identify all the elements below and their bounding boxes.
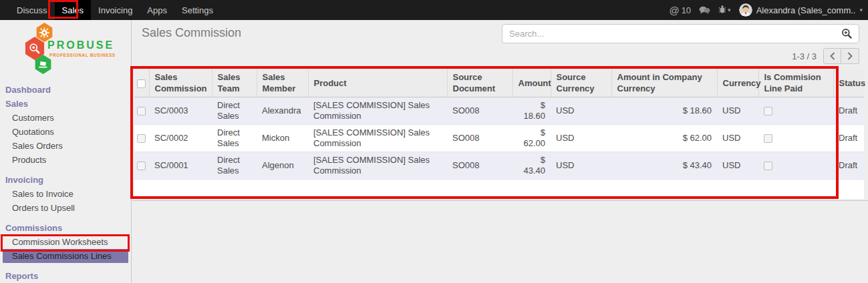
row-checkbox[interactable] (137, 162, 146, 170)
mention-count: 10 (682, 5, 691, 15)
col-currency[interactable]: Currency (717, 69, 758, 97)
row-checkbox[interactable] (137, 107, 146, 115)
search-box (502, 24, 859, 43)
cell-amount: $ 62.00 (513, 125, 551, 152)
sidebar-item-commission-worksheets[interactable]: Commission Worksheets (0, 235, 131, 249)
cell-product: [SALES COMMISSION] Sales Commission (308, 97, 447, 125)
cell-amount-company-currency: $ 62.00 (611, 125, 717, 152)
pager-range: 1-3 / 3 (792, 51, 817, 61)
table-row[interactable]: SC/0002 Direct Sales Mickon [SALES COMMI… (134, 125, 864, 152)
cell-is-paid (758, 152, 833, 180)
col-source-currency[interactable]: Source Currency (551, 69, 611, 97)
cell-product: [SALES COMMISSION] Sales Commission (308, 125, 447, 152)
sidebar-nav: Dashboard Sales Customers Quotations Sal… (0, 79, 131, 283)
sidebar-item-customers[interactable]: Customers (0, 111, 131, 125)
table-row[interactable]: SC/0003 Direct Sales Alexandra [SALES CO… (134, 97, 864, 125)
row-select-cell (134, 97, 149, 125)
sidebar-item-sales-to-invoice[interactable]: Sales to Invoice (0, 187, 131, 201)
pager: 1-3 / 3 (792, 48, 859, 64)
sidebar-item-sales-commissions-lines[interactable]: Sales Commissions Lines (3, 249, 128, 263)
bug-icon (718, 5, 726, 16)
menu-sales[interactable]: Sales (55, 0, 92, 20)
commission-lines-table: Sales Commission Sales Team Sales Member… (134, 69, 864, 199)
col-source-document[interactable]: Source Document (447, 69, 513, 97)
cell-sales-member: Alexandra (257, 97, 308, 125)
cell-amount-company-currency: $ 18.60 (611, 97, 717, 125)
page-title: Sales Commission (142, 26, 241, 40)
pager-buttons (823, 48, 859, 64)
cell-sales-team: Direct Sales (212, 97, 257, 125)
col-sales-team[interactable]: Sales Team (212, 69, 257, 97)
sidebar-item-products[interactable]: Products (0, 153, 131, 167)
col-amount-company-currency[interactable]: Amount in Company Currency (611, 69, 717, 97)
search-icon[interactable] (839, 28, 859, 39)
table-header-row: Sales Commission Sales Team Sales Member… (134, 69, 864, 97)
select-all-checkbox[interactable] (137, 79, 146, 88)
messages-icon[interactable] (699, 6, 710, 15)
nav-section-commissions: Commissions Commission Worksheets Sales … (0, 221, 131, 263)
pager-prev-button[interactable] (823, 48, 841, 64)
main-content: Sales Commission 1-3 / 3 (132, 20, 868, 283)
col-amount[interactable]: Amount (513, 69, 551, 97)
cell-currency: USD (717, 125, 758, 152)
topbar-menus: Discuss Sales Invoicing Apps Settings (0, 0, 221, 20)
sidebar-heading-sales[interactable]: Sales (0, 97, 131, 111)
nav-section-reports: Reports Sales (0, 269, 131, 283)
sidebar-heading-reports[interactable]: Reports (0, 269, 131, 283)
cell-is-paid (758, 125, 833, 152)
mentions-counter[interactable]: @ 10 (669, 5, 691, 16)
screen: Discuss Sales Invoicing Apps Settings @ … (0, 0, 868, 283)
sidebar-heading-dashboard[interactable]: Dashboard (0, 83, 131, 97)
debug-menu[interactable]: ▾ (718, 5, 731, 16)
cell-amount: $ 43.40 (513, 152, 551, 180)
cell-sales-team: Direct Sales (212, 125, 257, 152)
cell-status: Draft (833, 97, 864, 125)
sidebar-item-sales-orders[interactable]: Sales Orders (0, 139, 131, 153)
cell-sales-commission: SC/0001 (149, 152, 212, 180)
sidebar-item-quotations[interactable]: Quotations (0, 125, 131, 139)
cell-source-currency: USD (551, 152, 611, 180)
user-menu[interactable]: Alexandra (Sales_comm.. ▾ (739, 3, 863, 17)
sidebar: PROBUSE PROFESSIONAL BUSINESS Dashboard … (0, 20, 132, 283)
caret-down-icon: ▾ (728, 7, 731, 13)
sidebar-heading-invoicing[interactable]: Invoicing (0, 173, 131, 187)
col-sales-member[interactable]: Sales Member (257, 69, 308, 97)
menu-apps[interactable]: Apps (140, 0, 174, 20)
nav-section-dashboard: Dashboard (0, 83, 131, 97)
col-status[interactable]: Status (833, 69, 864, 97)
cell-amount-company-currency: $ 43.40 (611, 152, 717, 180)
is-paid-checkbox[interactable] (764, 162, 772, 170)
search-input[interactable] (502, 29, 839, 39)
cell-currency: USD (717, 97, 758, 125)
sidebar-heading-commissions[interactable]: Commissions (0, 221, 131, 235)
is-paid-checkbox[interactable] (764, 134, 772, 143)
logo-title: PROBUSE (47, 39, 114, 51)
cell-sales-commission: SC/0002 (149, 125, 212, 152)
cell-source-currency: USD (551, 97, 611, 125)
menu-discuss[interactable]: Discuss (9, 0, 55, 20)
cell-source-document: SO008 (447, 97, 513, 125)
col-product[interactable]: Product (308, 69, 447, 97)
row-checkbox[interactable] (137, 134, 146, 143)
col-sales-commission[interactable]: Sales Commission (149, 69, 212, 97)
cell-currency: USD (717, 152, 758, 180)
cell-source-document: SO008 (447, 125, 513, 152)
sidebar-item-orders-to-upsell[interactable]: Orders to Upsell (0, 201, 131, 215)
cell-sales-commission: SC/0003 (149, 97, 212, 125)
select-all-cell (134, 69, 149, 97)
caret-down-icon: ▾ (859, 7, 863, 13)
table-bottom-divider (132, 200, 868, 201)
nav-section-sales: Sales Customers Quotations Sales Orders … (0, 97, 131, 167)
menu-settings[interactable]: Settings (174, 0, 221, 20)
cell-is-paid (758, 97, 833, 125)
table-row[interactable]: SC/0001 Direct Sales Algenon [SALES COMM… (134, 152, 864, 180)
cell-status: Draft (833, 152, 864, 180)
pager-next-button[interactable] (841, 48, 859, 64)
user-avatar (739, 3, 752, 17)
cell-sales-member: Mickon (257, 125, 308, 152)
col-is-commision-line-paid[interactable]: Is Commision Line Paid (758, 69, 833, 97)
probuse-logo: PROBUSE PROFESSIONAL BUSINESS (0, 20, 131, 79)
is-paid-checkbox[interactable] (764, 107, 772, 115)
menu-invoicing[interactable]: Invoicing (91, 0, 140, 20)
user-name: Alexandra (Sales_comm.. (756, 5, 856, 15)
